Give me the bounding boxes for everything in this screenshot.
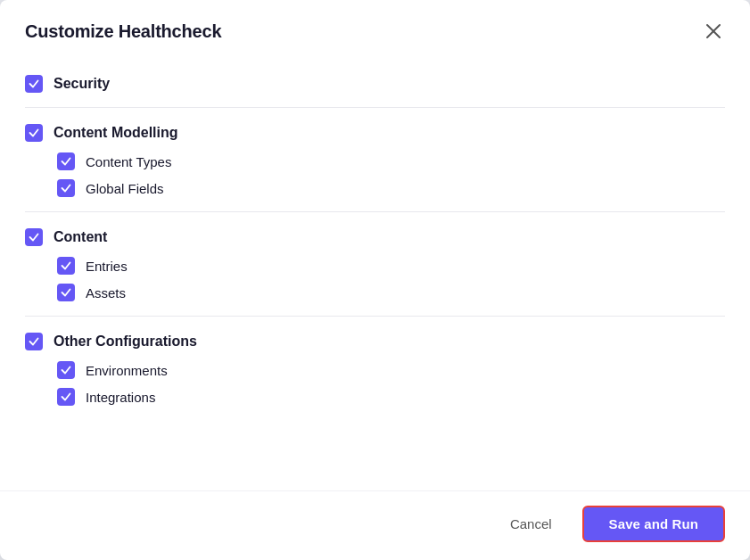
section-content-modelling: Content ModellingContent TypesGlobal Fie…: [25, 108, 725, 212]
section-label-content-modelling: Content Modelling: [54, 125, 178, 141]
section-header-content-modelling: Content Modelling: [25, 124, 725, 142]
children-other-configurations: EnvironmentsIntegrations: [25, 361, 725, 406]
checkbox-assets[interactable]: [57, 284, 75, 301]
customize-healthcheck-dialog: Customize Healthcheck SecurityContent Mo…: [0, 0, 750, 560]
children-content-modelling: Content TypesGlobal Fields: [25, 152, 725, 197]
child-item-assets: Assets: [57, 284, 725, 301]
section-label-other-configurations: Other Configurations: [54, 334, 197, 350]
section-header-other-configurations: Other Configurations: [25, 333, 725, 350]
section-other-configurations: Other ConfigurationsEnvironmentsIntegrat…: [25, 317, 725, 420]
checkbox-content[interactable]: [25, 228, 43, 246]
dialog-footer: Cancel Save and Run: [0, 490, 750, 560]
section-label-content: Content: [54, 229, 107, 245]
child-item-content-types: Content Types: [57, 152, 725, 170]
checkbox-content-modelling[interactable]: [25, 124, 43, 142]
child-item-environments: Environments: [57, 361, 725, 379]
child-item-entries: Entries: [57, 257, 725, 275]
section-label-security: Security: [54, 76, 110, 92]
dialog-title: Customize Healthcheck: [25, 21, 221, 42]
checkbox-integrations[interactable]: [57, 388, 75, 406]
cancel-button[interactable]: Cancel: [494, 507, 568, 540]
child-label-assets: Assets: [86, 285, 126, 301]
child-label-content-types: Content Types: [86, 154, 171, 169]
section-security: Security: [25, 59, 725, 108]
dialog-body: SecurityContent ModellingContent TypesGl…: [0, 59, 750, 490]
child-item-integrations: Integrations: [57, 388, 725, 406]
checkbox-content-types[interactable]: [57, 152, 75, 170]
checkbox-entries[interactable]: [57, 257, 75, 275]
child-label-integrations: Integrations: [86, 390, 155, 405]
section-content: ContentEntriesAssets: [25, 212, 725, 317]
child-label-environments: Environments: [86, 363, 168, 378]
close-button[interactable]: [702, 20, 725, 43]
close-icon: [705, 23, 721, 39]
save-and-run-button[interactable]: Save and Run: [582, 506, 725, 542]
child-item-global-fields: Global Fields: [57, 179, 725, 197]
section-header-security: Security: [25, 75, 725, 93]
dialog-header: Customize Healthcheck: [0, 0, 750, 59]
children-content: EntriesAssets: [25, 257, 725, 301]
child-label-entries: Entries: [86, 259, 128, 274]
checkbox-environments[interactable]: [57, 361, 75, 379]
checkbox-global-fields[interactable]: [57, 179, 75, 197]
checkbox-security[interactable]: [25, 75, 43, 93]
section-header-content: Content: [25, 228, 725, 246]
child-label-global-fields: Global Fields: [86, 181, 164, 196]
checkbox-other-configurations[interactable]: [25, 333, 43, 350]
